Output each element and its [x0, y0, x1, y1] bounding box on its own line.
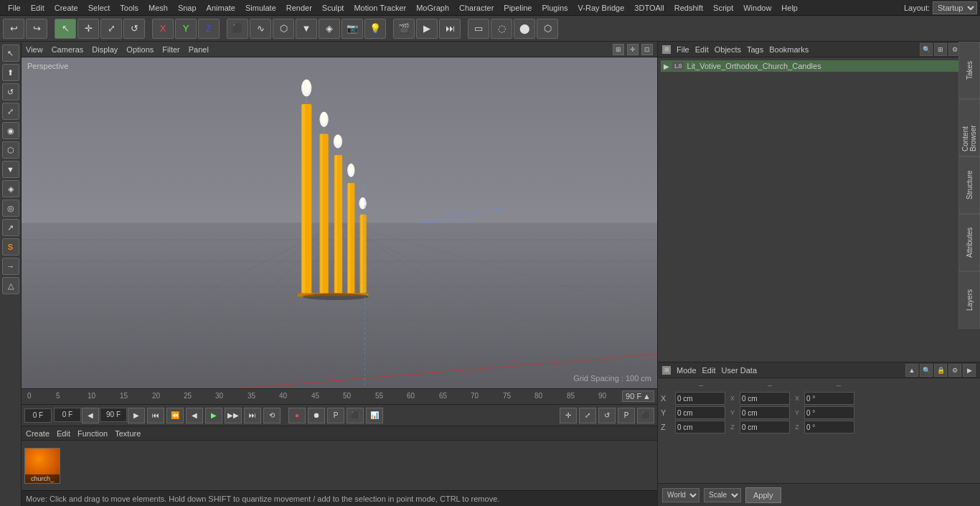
deform-button[interactable]: ▼ [296, 19, 317, 39]
grid-key-btn[interactable]: ⬛ [637, 408, 654, 423]
menu-tools[interactable]: Tools [115, 2, 143, 14]
layout-dropdown[interactable]: Startup [933, 1, 977, 14]
attrs-up-btn[interactable]: ▲ [905, 364, 918, 377]
menu-mograph[interactable]: MoGraph [411, 2, 454, 14]
scene-button[interactable]: ◈ [319, 19, 340, 39]
viewport-menu-cameras[interactable]: Cameras [52, 45, 84, 54]
redo-button[interactable]: ↪ [26, 19, 47, 39]
obj-search-btn[interactable]: 🔍 [920, 43, 933, 56]
material-menu-function[interactable]: Function [77, 429, 108, 438]
objects-menu-tags[interactable]: Tags [747, 45, 763, 54]
motion-path-btn[interactable]: ⬛ [347, 408, 364, 423]
lt-point[interactable]: ⬡ [2, 141, 19, 159]
menu-create[interactable]: Create [50, 2, 83, 14]
material-menu-texture[interactable]: Texture [115, 429, 141, 438]
menu-mesh[interactable]: Mesh [143, 2, 173, 14]
attrs-x2-field[interactable] [740, 392, 790, 405]
sky-button[interactable]: ◌ [491, 19, 512, 39]
current-frame-field[interactable] [54, 408, 81, 422]
attrs-menu-user-data[interactable]: User Data [722, 366, 758, 375]
menu-render[interactable]: Render [281, 2, 317, 14]
lt-anim[interactable]: ↗ [2, 219, 19, 236]
scale-dropdown[interactable]: Scale [704, 488, 741, 502]
move-tool-button[interactable]: ✛ [77, 19, 99, 39]
lt-edge[interactable]: ▼ [2, 161, 19, 178]
x-axis-button[interactable]: X [152, 19, 174, 39]
attrs-menu-mode[interactable]: Mode [677, 366, 697, 375]
camera-button[interactable]: 📷 [341, 19, 363, 39]
timeline-btn[interactable]: 📊 [366, 408, 383, 423]
rotate-key-btn[interactable]: ↺ [598, 408, 616, 423]
menu-plugins[interactable]: Plugins [537, 2, 573, 14]
apply-button[interactable]: Apply [745, 487, 781, 503]
menu-pipeline[interactable]: Pipeline [499, 2, 537, 14]
lt-poly[interactable]: ◈ [2, 180, 19, 197]
side-tab-structure[interactable]: Structure [958, 156, 980, 214]
scale-key-btn[interactable]: ⤢ [579, 408, 596, 423]
menu-help[interactable]: Help [776, 2, 803, 14]
render-active-button[interactable]: ▶ [416, 19, 438, 39]
cube-button[interactable]: ⬛ [227, 19, 248, 39]
lt-scale[interactable]: ⤢ [2, 103, 19, 120]
step-fwd-btn[interactable]: ▶▶ [225, 408, 242, 423]
attrs-menu-edit[interactable]: Edit [702, 366, 716, 375]
objects-menu-objects[interactable]: Objects [715, 45, 741, 54]
viewport-menu-display[interactable]: Display [92, 45, 118, 54]
vp-expand-btn[interactable]: ⊞ [613, 44, 624, 55]
y-axis-button[interactable]: Y [175, 19, 197, 39]
auto-key-btn[interactable]: ⏺ [308, 408, 325, 423]
objects-menu-bookmarks[interactable]: Bookmarks [769, 45, 809, 54]
start-frame-field[interactable] [24, 408, 52, 423]
attrs-lock-btn[interactable]: 🔒 [934, 364, 947, 377]
menu-select[interactable]: Select [83, 2, 116, 14]
obj-filter-btn[interactable]: ⊞ [934, 43, 947, 56]
viewport-menu-filter[interactable]: Filter [162, 45, 179, 54]
record-btn[interactable]: ● [288, 408, 306, 423]
attrs-x3-field[interactable] [804, 392, 854, 405]
menu-window[interactable]: Window [738, 2, 776, 14]
side-tab-content-browser[interactable]: Content Browser [958, 99, 980, 156]
attrs-expand-btn[interactable]: ▶ [963, 364, 976, 377]
menu-sculpt[interactable]: Sculpt [317, 2, 349, 14]
objects-menu-edit[interactable]: Edit [695, 45, 709, 54]
viewport[interactable]: Perspective [22, 57, 657, 388]
menu-script[interactable]: Script [708, 2, 738, 14]
render-all-button[interactable]: ⏭ [439, 19, 461, 39]
menu-3dtoall[interactable]: 3DTOAll [629, 2, 669, 14]
timeline[interactable]: 0 5 10 15 20 25 30 35 40 45 50 55 60 65 … [22, 388, 657, 404]
render-region-button[interactable]: 🎬 [393, 19, 415, 39]
scale-tool-button[interactable]: ⤢ [100, 19, 122, 39]
menu-file[interactable]: File [3, 2, 26, 14]
side-tab-takes[interactable]: Takes [958, 42, 980, 99]
attrs-x1-field[interactable] [675, 392, 725, 405]
step-back-btn[interactable]: ⏪ [166, 408, 184, 423]
attrs-search-btn[interactable]: 🔍 [920, 364, 933, 377]
stage-button[interactable]: ⬡ [537, 19, 558, 39]
attrs-y3-field[interactable] [804, 406, 854, 419]
lt-tri[interactable]: △ [2, 277, 19, 294]
timeline-ruler[interactable]: 0 5 10 15 20 25 30 35 40 45 50 55 60 65 … [24, 389, 654, 404]
attrs-z1-field[interactable] [675, 421, 725, 434]
select-tool-button[interactable]: ↖ [55, 19, 76, 39]
side-tab-layers[interactable]: Layers [958, 271, 980, 329]
env-button[interactable]: ⬤ [514, 19, 535, 39]
play-back-btn[interactable]: ◀ [186, 408, 203, 423]
side-tab-attributes[interactable]: Attributes [958, 214, 980, 271]
menu-character[interactable]: Character [454, 2, 499, 14]
menu-snap[interactable]: Snap [173, 2, 202, 14]
play-fwd-btn[interactable]: ▶ [205, 408, 222, 423]
viewport-menu-view[interactable]: View [26, 45, 43, 54]
objects-menu-file[interactable]: File [677, 45, 689, 54]
menu-redshift[interactable]: Redshift [669, 2, 708, 14]
loop-btn[interactable]: ⟲ [263, 408, 281, 423]
lt-move[interactable]: ⬆ [2, 64, 19, 81]
rotate-tool-button[interactable]: ↺ [123, 19, 145, 39]
menu-edit[interactable]: Edit [26, 2, 50, 14]
attrs-settings-btn[interactable]: ⚙ [948, 364, 961, 377]
frame-indicator[interactable]: 90 F ▲ [622, 390, 654, 402]
nurbs-button[interactable]: ⬡ [273, 19, 294, 39]
tree-item-candles[interactable]: ▶ L0 Lit_Votive_Orthodox_Church_Candles [661, 60, 977, 72]
material-item-church[interactable]: church_ [24, 448, 60, 484]
attrs-y2-field[interactable] [740, 406, 790, 419]
frame-down-btn[interactable]: ◀ [82, 408, 99, 423]
